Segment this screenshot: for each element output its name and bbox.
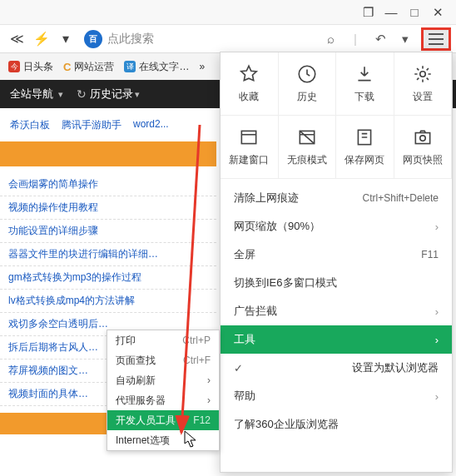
menu-history[interactable]: 历史 bbox=[279, 52, 337, 116]
search-placeholder: 点此搜索 bbox=[107, 32, 154, 47]
list-item[interactable]: 会画烟雾的简单操作 bbox=[0, 173, 216, 196]
menu-ie6-mode[interactable]: 切换到IE6多窗口模式 bbox=[221, 269, 452, 297]
submenu-proxy[interactable]: 代理服务器 bbox=[107, 390, 219, 410]
menu-default-browser[interactable]: 设置为默认浏览器 bbox=[221, 354, 452, 382]
quick-link[interactable]: 希沃白板 bbox=[10, 118, 50, 132]
tab-favicon: 译 bbox=[124, 61, 136, 72]
share-icon[interactable]: ≪ bbox=[10, 32, 24, 46]
menu-favorite[interactable]: 收藏 bbox=[221, 52, 279, 116]
main-menu-icon-grid: 收藏 历史 下载 设置 新建窗口 无痕模式 保存网页 网页快照 bbox=[221, 52, 452, 179]
menu-incognito[interactable]: 无痕模式 bbox=[279, 116, 337, 179]
tab-overflow[interactable]: » bbox=[194, 61, 210, 72]
submenu-findinpage[interactable]: 页面查找Ctrl+F bbox=[107, 350, 219, 370]
menu-label: 无痕模式 bbox=[287, 153, 327, 167]
submenu-devtools[interactable]: 开发人员工具F12 bbox=[107, 410, 219, 430]
history-icon bbox=[296, 63, 318, 85]
window-restore-button[interactable]: ❐ bbox=[356, 3, 379, 22]
menu-snapshot[interactable]: 网页快照 bbox=[394, 116, 453, 179]
check-icon bbox=[234, 362, 248, 374]
quick-link[interactable]: word2... bbox=[133, 118, 169, 132]
menu-label: 历史 bbox=[297, 90, 317, 104]
window-close-button[interactable]: ✕ bbox=[426, 3, 449, 22]
shortcut-label: Ctrl+F bbox=[183, 355, 211, 366]
list-item[interactable]: gm格式转换为mp3的操作过程 bbox=[0, 266, 216, 290]
menu-enterprise[interactable]: 了解360企业版浏览器 bbox=[221, 410, 452, 439]
menu-zoom[interactable]: 网页缩放（90%） bbox=[221, 212, 452, 240]
submenu-print[interactable]: 打印Ctrl+P bbox=[107, 330, 219, 350]
menu-adblock[interactable]: 广告拦截 bbox=[221, 297, 452, 325]
shortcut-label: F12 bbox=[193, 414, 211, 426]
quick-link[interactable]: 腾讯手游助手 bbox=[62, 118, 121, 132]
menu-settings[interactable]: 设置 bbox=[394, 52, 453, 116]
svg-point-6 bbox=[420, 136, 426, 141]
tab-label: 日头条 bbox=[23, 60, 53, 74]
browser-toprow: ≪ ⚡ ▾ 百 点此搜索 ⌕ | ↶ ▾ bbox=[0, 25, 456, 53]
main-menu-list: 清除上网痕迹Ctrl+Shift+Delete 网页缩放（90%） 全屏F11 … bbox=[221, 179, 452, 444]
list-item[interactable]: 功能设置的详细步骤 bbox=[0, 220, 216, 243]
history-dropdown[interactable]: ↻ 历史记录 bbox=[77, 87, 140, 102]
main-menu: 收藏 历史 下载 设置 新建窗口 无痕模式 保存网页 网页快照 bbox=[220, 52, 453, 473]
history-label: 历史记录 bbox=[90, 87, 140, 102]
favorite-icon bbox=[238, 63, 260, 85]
incognito-icon bbox=[296, 126, 318, 148]
tab-favicon: 今 bbox=[8, 61, 20, 72]
list-header bbox=[0, 141, 216, 166]
tab[interactable]: 今日头条 bbox=[3, 60, 58, 74]
history-icon: ↻ bbox=[77, 87, 87, 101]
newwindow-icon bbox=[238, 126, 260, 148]
menu-help[interactable]: 帮助 bbox=[221, 382, 452, 410]
search-box[interactable]: 百 点此搜索 bbox=[84, 30, 321, 48]
hamburger-icon bbox=[429, 33, 444, 45]
download-icon bbox=[354, 63, 375, 85]
menu-clear-traces[interactable]: 清除上网痕迹Ctrl+Shift+Delete bbox=[221, 184, 452, 212]
baidu-logo-icon: 百 bbox=[84, 30, 102, 48]
bolt-icon[interactable]: ⚡ bbox=[34, 32, 48, 46]
menu-savepage[interactable]: 保存网页 bbox=[336, 116, 394, 179]
tab-label: 网站运营 bbox=[74, 60, 114, 74]
menu-label: 设置 bbox=[413, 90, 433, 104]
menu-fullscreen[interactable]: 全屏F11 bbox=[221, 240, 452, 269]
svg-rect-5 bbox=[415, 133, 429, 144]
list-item[interactable]: 器器文件里的块进行编辑的详细… bbox=[0, 243, 216, 266]
shortcut-label: Ctrl+Shift+Delete bbox=[363, 192, 439, 204]
undo-icon[interactable]: ↶ bbox=[371, 30, 389, 48]
menu-label: 下载 bbox=[354, 90, 374, 104]
shortcut-label: Ctrl+P bbox=[182, 335, 211, 346]
shortcut-label: F11 bbox=[421, 249, 439, 260]
window-titlebar: ❐ — □ ✕ bbox=[0, 0, 456, 25]
submenu-internetoptions[interactable]: Internet选项 bbox=[107, 430, 219, 450]
menu-label: 收藏 bbox=[239, 90, 259, 104]
window-minimize-button[interactable]: — bbox=[379, 3, 403, 22]
menu-label: 新建窗口 bbox=[229, 153, 269, 167]
dropdown-icon[interactable]: ▾ bbox=[58, 32, 72, 46]
tab-label: 在线文字… bbox=[139, 60, 189, 74]
menu-tools[interactable]: 工具 bbox=[221, 325, 452, 354]
list-item[interactable]: lv格式转换成mp4的方法讲解 bbox=[0, 290, 216, 313]
window-maximize-button[interactable]: □ bbox=[403, 3, 426, 22]
tools-submenu: 打印Ctrl+P 页面查找Ctrl+F 自动刷新 代理服务器 开发人员工具F12… bbox=[107, 330, 220, 451]
svg-rect-2 bbox=[242, 131, 256, 143]
tab-favicon: C bbox=[63, 61, 71, 73]
svg-point-1 bbox=[420, 72, 426, 77]
tab[interactable]: 译在线文字… bbox=[119, 60, 194, 74]
list-item[interactable]: 视频的操作使用教程 bbox=[0, 196, 216, 220]
search-icon[interactable]: ⌕ bbox=[321, 30, 340, 48]
tab[interactable]: C网站运营 bbox=[58, 60, 119, 74]
menu-label: 保存网页 bbox=[344, 153, 384, 167]
separator: | bbox=[346, 30, 364, 48]
undo-dropdown-icon[interactable]: ▾ bbox=[396, 30, 414, 48]
site-nav-dropdown[interactable]: 全站导航 bbox=[10, 87, 63, 102]
menu-newwindow[interactable]: 新建窗口 bbox=[221, 116, 279, 179]
menu-label: 网页快照 bbox=[403, 153, 443, 167]
submenu-autorefresh[interactable]: 自动刷新 bbox=[107, 370, 219, 390]
savepage-icon bbox=[354, 126, 375, 148]
settings-icon bbox=[412, 63, 434, 85]
menu-download[interactable]: 下载 bbox=[336, 52, 394, 116]
main-menu-button[interactable] bbox=[421, 27, 451, 51]
snapshot-icon bbox=[412, 126, 434, 148]
